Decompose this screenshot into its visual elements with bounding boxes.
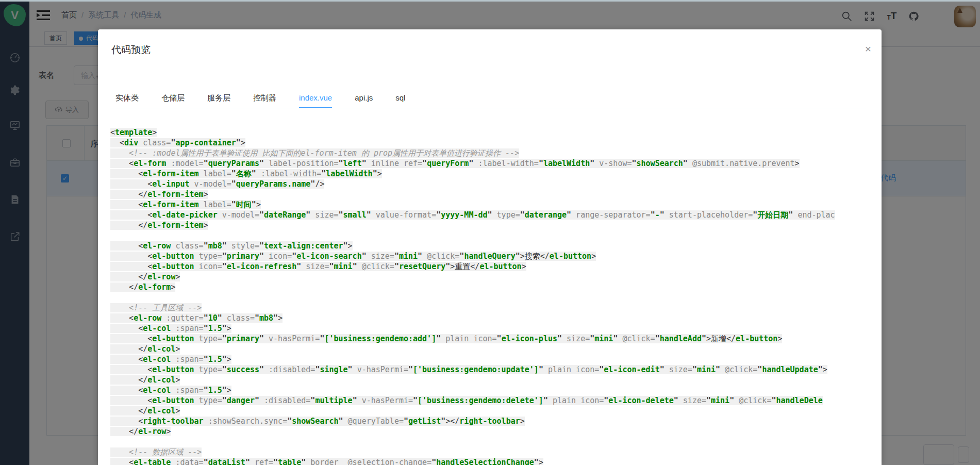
code-line: </el-row> <box>110 426 868 437</box>
code-line: </el-form-item> <box>110 220 868 230</box>
code-line: <el-button icon="el-icon-refresh" size="… <box>110 261 868 272</box>
preview-tab-仓储层[interactable]: 仓储层 <box>161 92 185 108</box>
code-line: <el-date-picker v-model="dateRange" size… <box>110 210 868 220</box>
top-edge-strip <box>0 0 980 2</box>
code-line: </el-form> <box>110 282 868 292</box>
code-preview-dialog: 代码预览 × 实体类仓储层服务层控制器index.vueapi.jssql <t… <box>98 29 882 465</box>
code-line: <el-form :model="queryParams" label-posi… <box>110 158 868 169</box>
code-line: <el-table :data="dataList" ref="table" b… <box>110 457 868 465</box>
dialog-title: 代码预览 <box>111 43 151 57</box>
code-line: <!-- :model属性用于表单验证使用 比如下面的el-form-item … <box>110 148 868 158</box>
code-line: <el-col :span="1.5"> <box>110 323 868 334</box>
preview-tab-sql[interactable]: sql <box>395 92 405 108</box>
code-line: <el-input v-model="queryParams.name"/> <box>110 179 868 189</box>
tabs-divider <box>110 108 866 108</box>
code-line <box>110 230 868 241</box>
preview-tab-index-vue[interactable]: index.vue <box>299 92 332 108</box>
code-line: <el-form-item label="名称" :label-width="l… <box>110 169 868 179</box>
code-line: <!-- 数据区域 --> <box>110 447 868 457</box>
code-line: <el-button type="primary" v-hasPermi="['… <box>110 334 868 344</box>
code-line: </el-form-item> <box>110 189 868 200</box>
app-viewport: V 首页/系统工具/代码生成 TT <box>0 0 980 465</box>
code-line: <el-button type="success" :disabled="sin… <box>110 364 868 375</box>
code-line: <div class="app-container"> <box>110 138 868 148</box>
code-line <box>110 437 868 447</box>
code-line: <el-button type="primary" icon="el-icon-… <box>110 251 868 261</box>
preview-tab-实体类[interactable]: 实体类 <box>115 92 139 108</box>
code-line: <el-button type="danger" :disabled="mult… <box>110 395 868 406</box>
code-line <box>110 292 868 303</box>
code-line: </el-row> <box>110 272 868 282</box>
code-line: <el-row :gutter="10" class="mb8"> <box>110 313 868 323</box>
code-line: </el-col> <box>110 375 868 385</box>
code-line: <el-col :span="1.5"> <box>110 354 868 364</box>
preview-tab-api-js[interactable]: api.js <box>355 92 373 108</box>
code-line: <template> <box>110 127 868 138</box>
close-icon[interactable]: × <box>862 43 874 55</box>
code-line: </el-col> <box>110 406 868 416</box>
preview-tab-服务层[interactable]: 服务层 <box>207 92 230 108</box>
code-line: <el-row class="mb8" style="text-align:ce… <box>110 241 868 251</box>
dialog-tabs: 实体类仓储层服务层控制器index.vueapi.jssql <box>115 92 866 108</box>
preview-tab-控制器[interactable]: 控制器 <box>253 92 276 108</box>
code-line: <el-col :span="1.5"> <box>110 385 868 395</box>
code-line: </el-col> <box>110 344 868 354</box>
code-line: <right-toolbar :showSearch.sync="showSea… <box>110 416 868 426</box>
code-line: <el-form-item label="时间"> <box>110 200 868 210</box>
code-line: <!-- 工具区域 --> <box>110 303 868 313</box>
code-preview-pane[interactable]: <template> <div class="app-container"> <… <box>110 127 868 465</box>
